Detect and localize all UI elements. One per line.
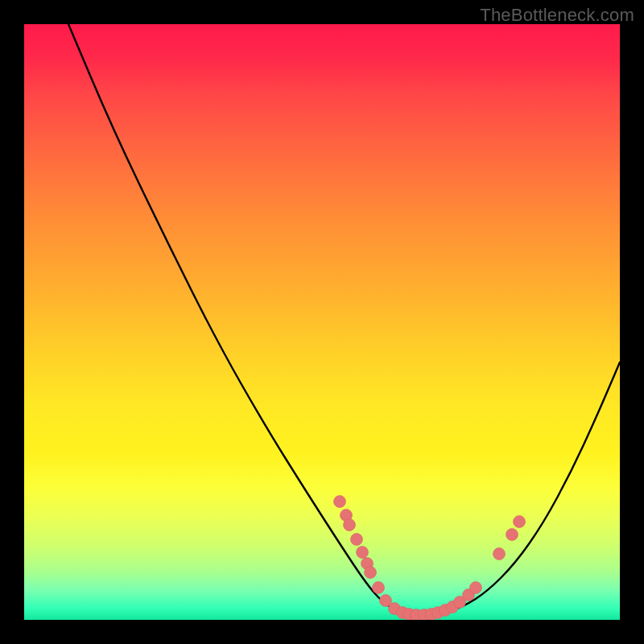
chart-area: [24, 24, 620, 620]
data-dot: [334, 496, 346, 508]
data-dot: [344, 519, 356, 531]
data-dot: [365, 567, 377, 579]
data-dot: [470, 582, 482, 594]
data-dot: [506, 529, 518, 541]
data-dots-group: [334, 496, 526, 621]
data-dot: [514, 516, 526, 528]
chart-svg: [24, 24, 620, 620]
data-dot: [351, 534, 363, 546]
bottleneck-curve-right: [419, 362, 620, 616]
bottleneck-curve: [68, 24, 419, 616]
watermark-text: TheBottleneck.com: [480, 5, 634, 26]
data-dot: [357, 547, 369, 559]
data-dot: [373, 582, 385, 594]
data-dot: [493, 548, 506, 560]
